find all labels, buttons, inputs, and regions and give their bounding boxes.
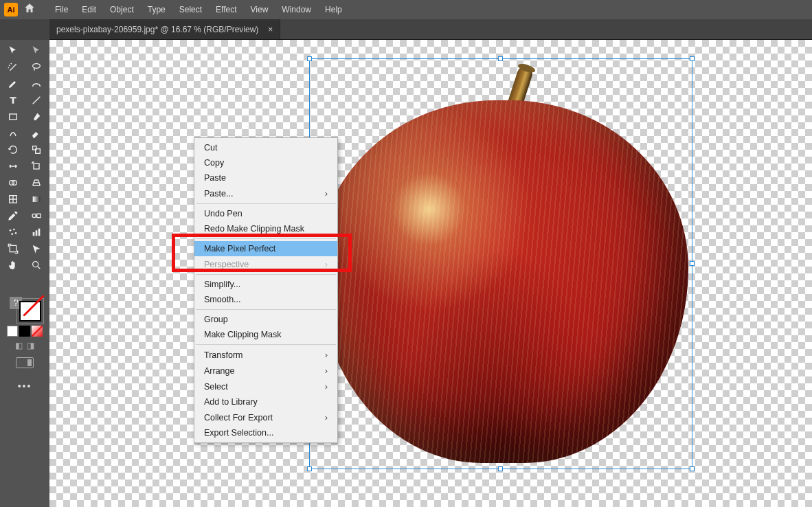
svg-rect-1 <box>10 114 17 120</box>
curvature-tool-icon[interactable] <box>27 77 46 91</box>
lasso-tool-icon[interactable] <box>27 60 46 74</box>
svg-point-9 <box>32 214 36 217</box>
ctx-collect-for-export[interactable]: Collect For Export <box>194 409 337 425</box>
rectangle-tool-icon[interactable] <box>3 110 23 124</box>
ctx-paste[interactable]: Paste... <box>194 185 337 201</box>
zoom-tool-icon[interactable] <box>27 258 46 272</box>
ctx-smooth[interactable]: Smooth... <box>194 292 337 307</box>
svg-point-14 <box>11 233 13 235</box>
width-tool-icon[interactable] <box>3 159 23 173</box>
handle-middle-right[interactable] <box>690 261 695 266</box>
eyedropper-tool-icon[interactable] <box>3 209 23 223</box>
svg-line-20 <box>23 295 44 316</box>
gradient-tool-icon[interactable] <box>27 192 46 206</box>
menu-effect[interactable]: Effect <box>209 0 243 19</box>
ctx-export-selection[interactable]: Export Selection... <box>194 425 337 440</box>
menu-file[interactable]: File <box>48 0 75 19</box>
ctx-cut[interactable]: Cut <box>194 140 337 155</box>
artboard-tool-icon[interactable] <box>3 242 23 256</box>
menu-view[interactable]: View <box>244 0 275 19</box>
svg-line-21 <box>32 326 43 337</box>
app-icon: Ai <box>4 3 18 16</box>
ctx-transform[interactable]: Transform <box>194 347 337 363</box>
color-none-icon[interactable] <box>32 326 43 337</box>
ctx-item-label: Collect For Export <box>204 413 273 422</box>
svg-rect-16 <box>36 230 38 236</box>
handle-top-left[interactable] <box>307 56 312 61</box>
fill-stroke-indicator[interactable]: ? <box>8 295 41 322</box>
ctx-item-label: Select <box>204 382 228 392</box>
menu-help[interactable]: Help <box>318 0 349 19</box>
shaper-tool-icon[interactable] <box>3 126 23 140</box>
pen-tool-icon[interactable] <box>3 77 23 91</box>
mesh-tool-icon[interactable] <box>3 192 23 206</box>
scale-tool-icon[interactable] <box>27 143 46 157</box>
column-graph-tool-icon[interactable] <box>27 225 46 239</box>
ctx-copy[interactable]: Copy <box>194 155 337 170</box>
handle-bottom-middle[interactable] <box>498 466 503 471</box>
type-tool-icon[interactable] <box>3 93 23 107</box>
rotate-tool-icon[interactable] <box>3 143 23 157</box>
menu-window[interactable]: Window <box>275 0 318 19</box>
ctx-item-label: Undo Pen <box>204 209 243 218</box>
menu-bar: Ai File Edit Object Type Select Effect V… <box>0 0 812 19</box>
svg-point-19 <box>33 262 38 267</box>
symbol-sprayer-tool-icon[interactable] <box>3 225 23 239</box>
document-tab[interactable]: pexels-pixabay-206959.jpg* @ 16.67 % (RG… <box>49 19 280 39</box>
slice-tool-icon[interactable] <box>27 242 46 256</box>
ctx-paste[interactable]: Paste <box>194 170 337 185</box>
tab-close-icon[interactable]: × <box>268 25 273 34</box>
ctx-item-label: Paste <box>204 173 226 183</box>
ctx-redo-make-clipping-mask[interactable]: Redo Make Clipping Mask <box>194 221 337 236</box>
shape-builder-tool-icon[interactable] <box>3 176 23 190</box>
selection-tool-icon[interactable] <box>3 44 23 58</box>
home-icon[interactable] <box>23 2 36 17</box>
hand-tool-icon[interactable] <box>3 258 23 272</box>
ctx-separator <box>196 309 336 310</box>
blend-tool-icon[interactable] <box>27 209 46 223</box>
ctx-select[interactable]: Select <box>194 379 337 394</box>
canvas-area[interactable]: CutCopyPastePaste...Undo PenRedo Make Cl… <box>49 40 812 507</box>
svg-point-13 <box>15 232 17 234</box>
edit-toolbar-icon[interactable]: ••• <box>18 381 32 392</box>
ctx-item-label: Redo Make Clipping Mask <box>204 224 304 234</box>
eraser-tool-icon[interactable] <box>27 126 46 140</box>
ctx-group[interactable]: Group <box>194 312 337 327</box>
color-mode-row <box>7 326 43 337</box>
perspective-grid-tool-icon[interactable] <box>27 176 46 190</box>
ctx-make-clipping-mask[interactable]: Make Clipping Mask <box>194 327 337 342</box>
svg-rect-17 <box>38 229 41 236</box>
ctx-simplify[interactable]: Simplify... <box>194 277 337 292</box>
draw-behind-icon[interactable]: ◨ <box>27 341 34 350</box>
paintbrush-tool-icon[interactable] <box>27 110 46 124</box>
direct-selection-tool-icon[interactable] <box>27 44 46 58</box>
menu-select[interactable]: Select <box>172 0 209 19</box>
document-tab-bar: pexels-pixabay-206959.jpg* @ 16.67 % (RG… <box>0 19 812 40</box>
ctx-item-label: Transform <box>204 350 243 360</box>
handle-top-right[interactable] <box>690 56 695 61</box>
handle-bottom-left[interactable] <box>307 466 312 471</box>
draw-normal-icon[interactable]: ◧ <box>15 341 23 350</box>
ctx-make-pixel-perfect[interactable]: Make Pixel Perfect <box>194 241 337 256</box>
ctx-arrange[interactable]: Arrange <box>194 363 337 379</box>
color-swatch-white[interactable] <box>7 326 18 337</box>
color-swatch-black[interactable] <box>19 326 30 337</box>
ctx-separator <box>196 203 336 204</box>
handle-top-middle[interactable] <box>498 56 503 61</box>
ctx-item-label: Copy <box>204 158 224 168</box>
tools-panel: ? ◧ ◨ ••• <box>0 40 49 507</box>
menu-object[interactable]: Object <box>103 0 141 19</box>
handle-bottom-right[interactable] <box>690 466 695 471</box>
ctx-undo-pen[interactable]: Undo Pen <box>194 206 337 221</box>
ctx-item-label: Paste... <box>204 189 233 199</box>
ctx-add-to-library[interactable]: Add to Library <box>194 394 337 409</box>
menu-type[interactable]: Type <box>141 0 172 19</box>
screen-mode-icon[interactable] <box>16 357 34 368</box>
ctx-separator <box>196 344 336 345</box>
free-transform-tool-icon[interactable] <box>27 159 46 173</box>
menu-edit[interactable]: Edit <box>75 0 103 19</box>
line-tool-icon[interactable] <box>27 93 46 107</box>
ctx-item-label: Make Pixel Perfect <box>204 244 275 254</box>
selection-bounding-box[interactable] <box>309 58 692 469</box>
magic-wand-tool-icon[interactable] <box>3 60 23 74</box>
